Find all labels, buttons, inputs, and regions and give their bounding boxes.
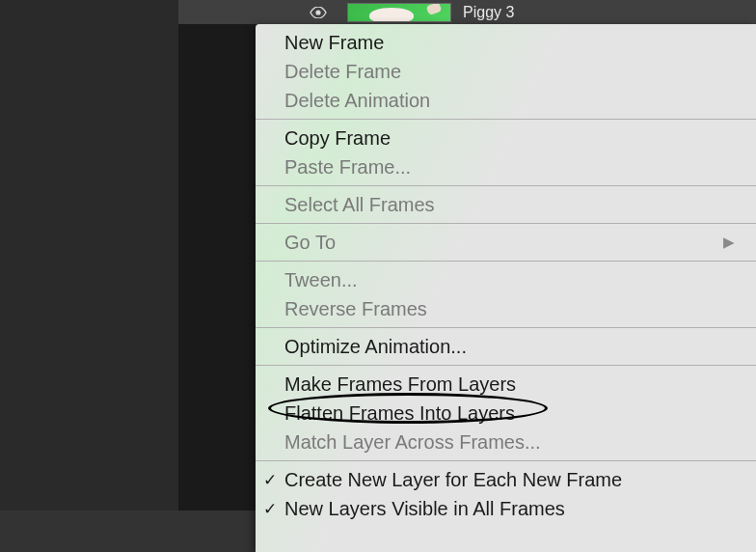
menu-label: Optimize Animation...: [284, 336, 467, 358]
menu-item-make-frames-from-layers[interactable]: Make Frames From Layers: [256, 370, 756, 399]
menu-label: Flatten Frames Into Layers: [284, 402, 515, 425]
menu-item-delete-animation: Delete Animation: [256, 86, 756, 115]
menu-item-new-layers-visible-all-frames[interactable]: ✓ New Layers Visible in All Frames: [256, 494, 756, 523]
menu-item-paste-frame: Paste Frame...: [256, 152, 756, 181]
menu-item-create-new-layer-each-frame[interactable]: ✓ Create New Layer for Each New Frame: [256, 465, 756, 494]
menu-item-go-to: Go To ▶: [256, 228, 756, 257]
menu-item-flatten-frames-into-layers[interactable]: Flatten Frames Into Layers: [256, 399, 756, 428]
menu-label: Tween...: [284, 269, 358, 291]
menu-label: New Frame: [284, 32, 384, 54]
layer-thumbnail[interactable]: [347, 3, 451, 22]
menu-label: Paste Frame...: [284, 156, 411, 179]
menu-item-optimize-animation[interactable]: Optimize Animation...: [256, 332, 756, 361]
menu-label: Make Frames From Layers: [284, 373, 516, 396]
left-sidebar-panel: [0, 0, 178, 511]
check-icon: ✓: [263, 470, 277, 490]
menu-item-tween: Tween...: [256, 265, 756, 294]
menu-item-select-all-frames: Select All Frames: [256, 190, 756, 219]
menu-label: Reverse Frames: [284, 298, 427, 320]
svg-point-0: [315, 10, 320, 14]
menu-item-copy-frame[interactable]: Copy Frame: [256, 124, 756, 152]
menu-label: Copy Frame: [284, 127, 391, 150]
check-icon: ✓: [263, 499, 277, 519]
layer-row-handle: [178, 0, 289, 24]
menu-label: New Layers Visible in All Frames: [284, 498, 565, 520]
timeline-context-menu: New Frame Delete Frame Delete Animation …: [256, 24, 756, 552]
menu-label: Delete Animation: [284, 90, 430, 112]
menu-label: Delete Frame: [284, 61, 401, 83]
menu-label: Create New Layer for Each New Frame: [284, 469, 622, 491]
eye-icon: [310, 7, 327, 18]
menu-item-reverse-frames: Reverse Frames: [256, 294, 756, 323]
layer-row[interactable]: Piggy 3: [178, 0, 756, 24]
menu-item-new-frame[interactable]: New Frame: [256, 28, 756, 57]
menu-label: Go To: [284, 232, 336, 254]
menu-item-delete-frame: Delete Frame: [256, 57, 756, 86]
menu-label: Match Layer Across Frames...: [284, 431, 541, 454]
layer-visibility-toggle[interactable]: [289, 7, 347, 18]
chevron-right-icon: ▶: [723, 234, 735, 251]
menu-label: Select All Frames: [284, 194, 435, 216]
layer-name-label[interactable]: Piggy 3: [463, 4, 514, 21]
menu-item-match-layer-across-frames: Match Layer Across Frames...: [256, 428, 756, 456]
